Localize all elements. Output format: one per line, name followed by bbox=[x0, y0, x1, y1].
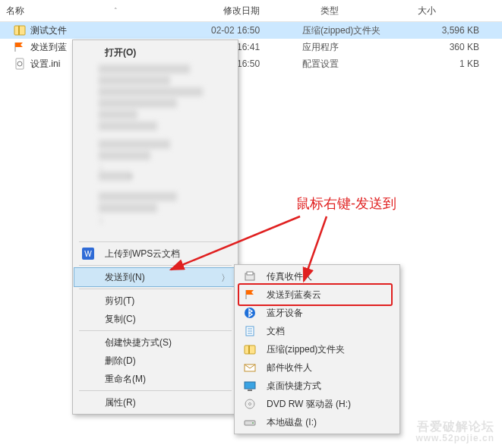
file-type: 配置设置 bbox=[302, 58, 393, 71]
chevron-right-icon: 〉 bbox=[99, 216, 108, 226]
document-icon bbox=[239, 325, 260, 337]
menu-separator bbox=[79, 330, 232, 331]
menu-properties[interactable]: 属性(R) bbox=[74, 393, 236, 412]
menu-label: 文档 bbox=[267, 325, 377, 338]
svg-text:W: W bbox=[84, 250, 92, 258]
menu-upload-wps[interactable]: W 上传到WPS云文档 bbox=[74, 245, 236, 263]
fax-icon bbox=[239, 270, 260, 282]
menu-open[interactable]: 打开(O) bbox=[74, 43, 236, 62]
context-menu: 打开(O) 〉 ˅ 〉 W 上传到WPS云文档 发送到(N) 〉 剪切(T) 复… bbox=[72, 39, 238, 415]
file-type: 压缩(zipped)文件夹 bbox=[302, 24, 393, 37]
sendto-fax[interactable]: 传真收件人 bbox=[236, 267, 398, 286]
svg-rect-1 bbox=[18, 26, 20, 35]
file-size: 360 KB bbox=[393, 42, 502, 52]
ini-icon bbox=[14, 58, 26, 70]
mail-icon bbox=[239, 361, 260, 374]
sendto-local-disk[interactable]: 本地磁盘 (I:) bbox=[236, 413, 398, 431]
desktop-icon bbox=[239, 380, 260, 392]
watermark-line1: 吾爱破解论坛 bbox=[415, 420, 494, 434]
file-name: 设置.ini bbox=[30, 58, 60, 71]
wps-icon: W bbox=[77, 248, 99, 260]
menu-label: 发送到蓝奏云 bbox=[267, 289, 377, 301]
file-size: 3,596 KB bbox=[393, 25, 502, 36]
menu-label: 传真收件人 bbox=[267, 270, 377, 283]
disk-icon bbox=[239, 416, 260, 428]
menu-send-to[interactable]: 发送到(N) 〉 bbox=[74, 268, 236, 286]
sendto-lanzou[interactable]: 发送到蓝奏云 bbox=[236, 286, 398, 304]
menu-label: 桌面快捷方式 bbox=[267, 380, 377, 393]
menu-label: 上传到WPS云文档 bbox=[105, 248, 215, 260]
blurred-menu-region: 〉 ˅ 〉 bbox=[74, 65, 236, 239]
menu-label: 创建快捷方式(S) bbox=[105, 336, 215, 349]
file-row[interactable]: 测试文件 02-02 16:50 压缩(zipped)文件夹 3,596 KB bbox=[0, 22, 502, 39]
col-date[interactable]: 修改日期 bbox=[217, 5, 314, 17]
menu-label: 本地磁盘 (I:) bbox=[267, 416, 377, 429]
menu-label: 剪切(T) bbox=[105, 295, 215, 308]
svg-rect-17 bbox=[248, 390, 252, 391]
sendto-mail[interactable]: 邮件收件人 bbox=[236, 358, 398, 377]
watermark-line2: www.52pojie.cn bbox=[415, 434, 494, 443]
zip-icon bbox=[239, 343, 260, 355]
svg-point-21 bbox=[252, 422, 254, 424]
menu-separator bbox=[79, 241, 232, 242]
menu-delete[interactable]: 删除(D) bbox=[74, 352, 236, 370]
sendto-dvd[interactable]: DVD RW 驱动器 (H:) bbox=[236, 395, 398, 413]
menu-label: DVD RW 驱动器 (H:) bbox=[267, 398, 377, 411]
send-to-submenu: 传真收件人 发送到蓝奏云 蓝牙设备 文档 压缩(zipped)文件夹 邮件收件人… bbox=[234, 264, 400, 434]
menu-copy[interactable]: 复制(C) bbox=[74, 310, 236, 328]
file-size: 1 KB bbox=[393, 58, 502, 69]
menu-rename[interactable]: 重命名(M) bbox=[74, 370, 236, 388]
menu-label: 删除(D) bbox=[105, 355, 215, 368]
menu-separator bbox=[79, 390, 232, 391]
menu-cut[interactable]: 剪切(T) bbox=[74, 292, 236, 310]
menu-label: 复制(C) bbox=[105, 313, 215, 326]
dvd-icon bbox=[239, 398, 260, 410]
sendto-documents[interactable]: 文档 bbox=[236, 322, 398, 340]
file-name: 测试文件 bbox=[30, 24, 67, 37]
file-type: 应用程序 bbox=[302, 41, 393, 54]
menu-separator bbox=[79, 289, 232, 289]
sendto-desktop[interactable]: 桌面快捷方式 bbox=[236, 377, 398, 395]
menu-label: 压缩(zipped)文件夹 bbox=[267, 343, 377, 356]
menu-create-shortcut[interactable]: 创建快捷方式(S) bbox=[74, 333, 236, 352]
menu-label: 发送到(N) bbox=[105, 271, 215, 284]
svg-rect-7 bbox=[247, 272, 253, 275]
svg-rect-16 bbox=[245, 382, 255, 389]
col-name[interactable]: 名称˄ bbox=[0, 5, 217, 17]
sort-caret-icon: ˄ bbox=[114, 7, 118, 14]
col-name-label: 名称 bbox=[6, 5, 24, 16]
flag-icon bbox=[14, 41, 26, 53]
menu-label: 蓝牙设备 bbox=[267, 307, 377, 320]
menu-label: 打开(O) bbox=[105, 46, 215, 59]
col-type[interactable]: 类型 bbox=[314, 5, 412, 17]
menu-label: 邮件收件人 bbox=[267, 361, 377, 374]
file-list-header: 名称˄ 修改日期 类型 大小 bbox=[0, 0, 502, 22]
file-name: 发送到蓝 bbox=[30, 41, 67, 54]
col-size[interactable]: 大小 bbox=[412, 5, 502, 17]
chevron-right-icon: 〉 bbox=[221, 272, 230, 285]
file-date: 02-02 16:50 bbox=[211, 25, 302, 36]
svg-rect-14 bbox=[248, 345, 250, 354]
watermark: 吾爱破解论坛 www.52pojie.cn bbox=[415, 420, 494, 443]
sendto-bluetooth[interactable]: 蓝牙设备 bbox=[236, 304, 398, 322]
bluetooth-icon bbox=[239, 307, 260, 319]
menu-separator bbox=[79, 265, 232, 266]
svg-point-19 bbox=[249, 403, 251, 405]
zip-icon bbox=[14, 24, 26, 36]
flag-icon bbox=[239, 289, 260, 301]
sendto-zip[interactable]: 压缩(zipped)文件夹 bbox=[236, 340, 398, 358]
annotation-text: 鼠标右键-发送到 bbox=[296, 194, 396, 213]
menu-label: 重命名(M) bbox=[105, 373, 215, 386]
menu-label: 属性(R) bbox=[105, 396, 215, 409]
